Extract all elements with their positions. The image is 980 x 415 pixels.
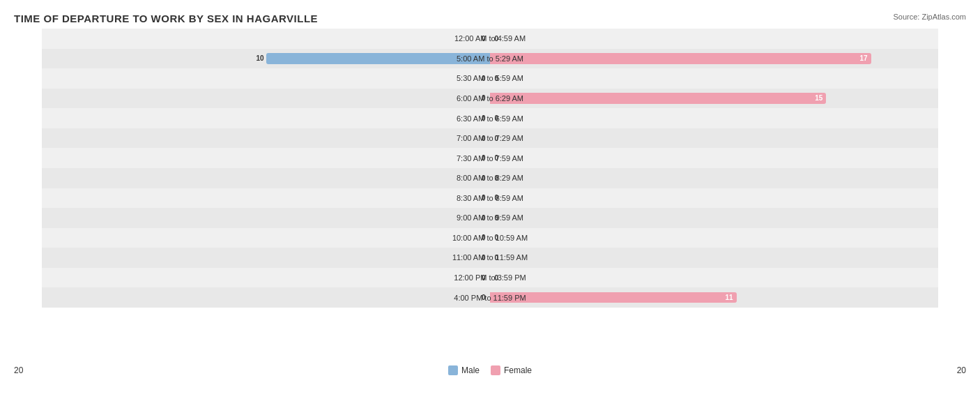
bar-row: 9:00 AM to 9:59 AM00: [42, 208, 938, 228]
male-section: 0: [42, 228, 490, 248]
chart-title: TIME OF DEPARTURE TO WORK BY SEX IN HAGA…: [14, 13, 966, 24]
bar-row: 6:00 AM to 6:29 AM015: [42, 89, 938, 109]
female-zero-value: 0: [494, 274, 498, 282]
bar-row: 12:00 PM to 3:59 PM00: [42, 268, 938, 288]
male-section: 0: [42, 68, 490, 89]
male-section: 0: [42, 128, 490, 149]
female-zero-value: 0: [494, 234, 498, 241]
male-zero-value: 0: [482, 75, 486, 82]
male-zero-value: 0: [482, 154, 486, 162]
male-section: 0: [42, 89, 490, 109]
bar-row: 6:30 AM to 6:59 AM00: [42, 108, 938, 128]
male-zero-value: 0: [482, 274, 486, 282]
male-bar: [266, 53, 491, 64]
bar-row: 11:00 AM to 11:59 AM00: [42, 248, 938, 268]
bar-row: 12:00 AM to 4:59 AM00: [42, 29, 938, 49]
axis-label-left: 20: [14, 365, 23, 375]
axis-label-right: 20: [957, 365, 966, 375]
female-zero-value: 0: [494, 174, 498, 182]
female-section: 0: [490, 148, 938, 168]
male-section: 0: [42, 148, 490, 168]
female-section: 0: [490, 228, 938, 248]
legend: Male Female: [448, 365, 532, 375]
male-section: 0: [42, 168, 490, 188]
male-value: 10: [256, 54, 266, 62]
female-section: 0: [490, 268, 938, 288]
axis-bottom: 20 Male Female 20: [14, 354, 966, 375]
female-section: 17: [490, 49, 938, 69]
male-zero-value: 0: [482, 214, 486, 222]
rows-area: 12:00 AM to 4:59 AM005:00 AM to 5:29 AM1…: [42, 29, 938, 347]
bar-row: 7:30 AM to 7:59 AM00: [42, 148, 938, 168]
female-zero-value: 0: [494, 214, 498, 222]
bar-row: 5:30 AM to 5:59 AM00: [42, 68, 938, 89]
female-section: 0: [490, 108, 938, 128]
male-zero-value: 0: [482, 234, 486, 241]
male-zero-value: 0: [482, 94, 486, 102]
female-section: 15: [490, 89, 938, 109]
female-section: 0: [490, 68, 938, 89]
female-section: 0: [490, 208, 938, 228]
male-zero-value: 0: [482, 174, 486, 182]
chart-area: 12:00 AM to 4:59 AM005:00 AM to 5:29 AM1…: [14, 29, 966, 375]
chart-container: TIME OF DEPARTURE TO WORK BY SEX IN HAGA…: [0, 0, 980, 415]
female-zero-value: 0: [494, 254, 498, 262]
female-section: 11: [490, 287, 938, 308]
male-section: 0: [42, 268, 490, 288]
female-value: 15: [815, 94, 826, 102]
bar-row: 10:00 AM to 10:59 AM00: [42, 228, 938, 248]
male-zero-value: 0: [482, 35, 486, 43]
male-section: 0: [42, 108, 490, 128]
bar-row: 8:00 AM to 8:29 AM00: [42, 168, 938, 188]
male-section: 0: [42, 248, 490, 268]
female-section: 0: [490, 29, 938, 49]
source-text: Source: ZipAtlas.com: [893, 13, 966, 21]
bar-row: 4:00 PM to 11:59 PM011: [42, 287, 938, 308]
female-section: 0: [490, 128, 938, 149]
female-label: Female: [504, 365, 532, 375]
female-zero-value: 0: [494, 75, 498, 82]
female-bar: 11: [490, 292, 737, 303]
male-section: 0: [42, 29, 490, 49]
male-zero-value: 0: [482, 135, 486, 142]
male-label: Male: [461, 365, 480, 375]
female-bar: 15: [490, 93, 826, 104]
male-zero-value: 0: [482, 294, 486, 301]
female-value: 17: [859, 54, 871, 62]
female-section: 0: [490, 248, 938, 268]
female-section: 0: [490, 168, 938, 188]
female-bar: 17: [490, 53, 871, 64]
male-zero-value: 0: [482, 254, 486, 262]
legend-male: Male: [448, 365, 480, 375]
male-zero-value: 0: [482, 194, 486, 202]
bar-row: 5:00 AM to 5:29 AM1017: [42, 49, 938, 69]
female-section: 0: [490, 188, 938, 209]
bar-row: 7:00 AM to 7:29 AM00: [42, 128, 938, 149]
bar-row: 8:30 AM to 8:59 AM00: [42, 188, 938, 209]
female-value: 11: [726, 294, 737, 301]
female-zero-value: 0: [494, 114, 498, 122]
female-swatch: [491, 365, 500, 375]
male-section: 0: [42, 208, 490, 228]
female-zero-value: 0: [494, 35, 498, 43]
female-zero-value: 0: [494, 194, 498, 202]
legend-female: Female: [491, 365, 532, 375]
male-section: 10: [42, 49, 490, 69]
male-zero-value: 0: [482, 114, 486, 122]
male-swatch: [448, 365, 458, 375]
female-zero-value: 0: [494, 135, 498, 142]
male-section: 0: [42, 188, 490, 209]
male-section: 0: [42, 287, 490, 308]
female-zero-value: 0: [494, 154, 498, 162]
